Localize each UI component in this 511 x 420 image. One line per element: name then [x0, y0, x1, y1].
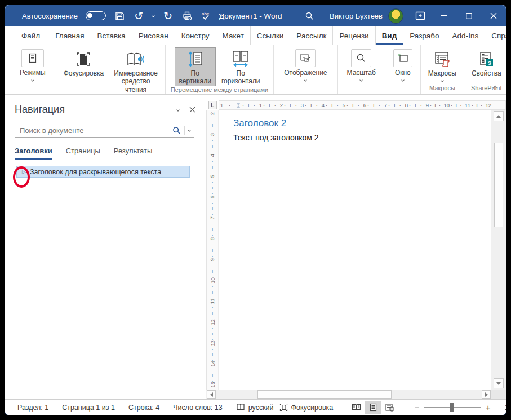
spelling-icon[interactable]: abc [201, 10, 212, 21]
document-body-text[interactable]: Текст под заголовком 2 [233, 133, 491, 142]
v-ruler-cell: 15·ı· [207, 381, 218, 390]
immersive-reader-button[interactable]: Иммерсивное средство чтения [109, 47, 162, 94]
expand-triangle-icon[interactable]: ▷ [22, 169, 26, 175]
tab-help[interactable]: Справка [485, 26, 506, 45]
autosave-toggle[interactable] [86, 11, 106, 20]
tab-home[interactable]: Главная [49, 26, 91, 45]
vertical-scrollbar[interactable] [491, 110, 506, 390]
print-layout-button[interactable] [365, 401, 381, 414]
status-item[interactable]: Страница 1 из 1 [62, 404, 115, 412]
tab-design[interactable]: Констру [175, 26, 216, 45]
tab-stop-selector[interactable]: L [206, 100, 219, 110]
nav-tab-Заголовки[interactable]: Заголовки [15, 147, 52, 160]
v-ruler-cell: 14·ı· [207, 360, 218, 381]
tab-layout[interactable]: Макет [216, 26, 251, 45]
h-ruler-cell: ·ı·12 [471, 102, 492, 108]
user-name[interactable]: Виктор Бухтеев [330, 12, 383, 20]
word-window: Автосохранение ↺ ↻ abc Документ1 - Word … [5, 5, 506, 415]
document-page[interactable]: Заголовок 2 Текст под заголовком 2 [219, 110, 491, 390]
close-button[interactable] [481, 5, 506, 26]
tab-review[interactable]: Рецензи [333, 26, 375, 45]
horizontal-ruler[interactable]: 1 · ·ı·1·ı·2·ı·3·ı·4·ı·5·ı·6·ı·7·ı·8·ı·9… [219, 100, 506, 110]
vertical-icon [186, 49, 203, 69]
tab-mailings[interactable]: Рассылк [290, 26, 333, 45]
display-button[interactable]: Отображение [279, 47, 331, 85]
ribbon-display-options-icon[interactable] [409, 5, 432, 26]
read-mode-button[interactable] [348, 401, 365, 414]
navigation-search-box[interactable] [15, 123, 194, 138]
horizontal-scroll-thumb[interactable] [257, 390, 392, 399]
navigation-close-icon[interactable] [189, 107, 195, 113]
zoom-control: − + [412, 403, 493, 412]
vertical-button[interactable]: По вертикали [175, 47, 216, 86]
user-avatar[interactable] [388, 8, 403, 24]
display-dropdown-icon[interactable] [304, 79, 308, 82]
maximize-button[interactable] [456, 5, 481, 26]
status-item[interactable]: Строка: 4 [128, 404, 159, 412]
ribbon: Режимы Фокусировка Иммерсивное [5, 45, 506, 95]
zoom-button[interactable]: Масштаб [343, 47, 380, 85]
language-indicator[interactable]: русский [248, 404, 274, 412]
zoom-percentage[interactable]: 100 % [500, 404, 506, 412]
tab-view[interactable]: Вид [376, 26, 404, 45]
status-items: Раздел: 1Страница 1 из 1Строка: 4Число с… [17, 404, 236, 412]
tab-developer[interactable]: Разрабо [403, 26, 446, 45]
scroll-left-button[interactable] [207, 390, 216, 399]
macros-icon [433, 49, 451, 69]
tab-draw[interactable]: Рисован [132, 26, 175, 45]
document-heading[interactable]: Заголовок 2 [233, 118, 491, 129]
web-layout-button[interactable] [381, 401, 398, 414]
tab-references[interactable]: Ссылки [251, 26, 291, 45]
navigation-tabs: ЗаголовкиСтраницыРезультаты [15, 147, 206, 160]
focus-button[interactable]: Фокусировка [59, 47, 109, 94]
v-ruler-cell: 5·ı· [207, 173, 218, 193]
undo-dropdown-icon[interactable] [152, 14, 155, 17]
tab-insert[interactable]: Вставка [91, 26, 132, 45]
tab-file[interactable]: Файл [15, 26, 49, 45]
modes-dropdown-icon[interactable] [31, 79, 34, 82]
search-dropdown-icon[interactable] [188, 129, 191, 132]
navigation-heading-item[interactable]: ▷ Заголовок для раскрывающегося текста [16, 166, 190, 178]
navigation-options-icon[interactable] [177, 109, 179, 111]
minimize-button[interactable] [432, 5, 456, 26]
navigation-item-label: Заголовок для раскрывающегося текста [30, 168, 161, 176]
macros-button[interactable]: Макросы [424, 47, 461, 85]
search-submit-icon[interactable] [172, 126, 181, 135]
zoom-in-button[interactable]: + [483, 403, 493, 412]
scroll-right-button[interactable] [482, 390, 491, 399]
macros-dropdown-icon[interactable] [441, 79, 444, 83]
redo-icon[interactable]: ↻ [162, 10, 174, 21]
vertical-scroll-thumb[interactable] [494, 143, 503, 227]
proofing-icon[interactable] [236, 403, 245, 412]
indent-marker[interactable] [236, 103, 241, 108]
save-icon[interactable] [114, 10, 125, 21]
ribbon-group-display: Отображение [274, 45, 337, 94]
properties-button[interactable]: S Свойства [467, 47, 506, 85]
nav-tab-Страницы[interactable]: Страницы [66, 147, 100, 160]
undo-icon[interactable]: ↺ [133, 10, 144, 21]
modes-button[interactable]: Режимы [15, 47, 50, 85]
nav-tab-Результаты[interactable]: Результаты [114, 147, 152, 160]
zoom-slider-thumb[interactable] [450, 403, 454, 412]
horizontal-button[interactable]: По горизонтали [217, 47, 265, 86]
scroll-up-button[interactable] [494, 111, 504, 121]
scroll-down-button[interactable] [494, 378, 504, 388]
v-ruler-cell: 4·ı· [207, 152, 218, 173]
zoom-slider[interactable] [424, 407, 481, 408]
window-button[interactable]: Окно [389, 47, 417, 85]
search-divider [184, 126, 185, 135]
tab-addins[interactable]: Add-Ins [446, 26, 486, 45]
focus-mode-button[interactable]: Фокусировка [279, 403, 334, 412]
zoom-dropdown-icon[interactable] [359, 79, 363, 82]
search-icon[interactable] [304, 10, 315, 21]
zoom-out-button[interactable]: − [412, 403, 422, 412]
properties-icon: S [478, 49, 495, 69]
horizontal-icon [231, 49, 250, 69]
vertical-ruler[interactable]: 2·ı·3·ı·4·ı·5·ı·6·ı·7·ı·8·ı·9·ı·10·ı·11·… [206, 110, 219, 390]
status-item[interactable]: Число слов: 13 [173, 404, 223, 412]
window-dropdown-icon[interactable] [401, 79, 405, 82]
status-item[interactable]: Раздел: 1 [17, 404, 48, 412]
print-icon[interactable] [181, 10, 193, 21]
search-input[interactable] [20, 126, 172, 135]
horizontal-scrollbar[interactable] [206, 390, 491, 399]
